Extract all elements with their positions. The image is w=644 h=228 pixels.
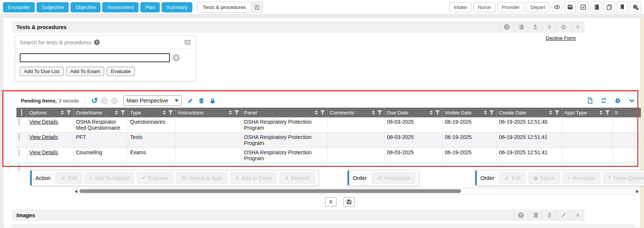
close-section-button[interactable]: × [570, 209, 585, 221]
dictate-button[interactable] [542, 209, 556, 221]
column-header-create-date[interactable]: Create Date [497, 108, 562, 117]
undo-icon[interactable]: ↺ [91, 97, 98, 104]
trash-icon[interactable] [198, 98, 205, 104]
prev-page-button[interactable]: ‹ [101, 97, 108, 104]
refresh-icon[interactable] [600, 97, 607, 104]
column-header-type[interactable]: Type [128, 108, 175, 117]
edit-button-disabled[interactable]: Edit [56, 172, 82, 184]
add-icon[interactable]: + [172, 54, 180, 61]
show-questions-button-disabled[interactable]: ? Show Questions [603, 172, 644, 184]
filter-icon[interactable] [168, 110, 173, 115]
column-header-panel[interactable]: Panel [242, 108, 327, 117]
copy-button[interactable] [604, 1, 615, 13]
journal-button[interactable] [591, 1, 602, 13]
lock-icon[interactable] [209, 98, 216, 104]
edit-order-button-disabled[interactable]: Edit [500, 172, 526, 184]
help-button[interactable]: ? [514, 209, 528, 221]
collapse-section-button[interactable] [325, 197, 336, 207]
select-all-checkbox[interactable] [21, 109, 22, 116]
perspective-select[interactable]: Main Perspective [123, 95, 182, 106]
sort-icon[interactable] [163, 110, 166, 115]
filter-icon[interactable] [320, 110, 325, 115]
bookmark-button[interactable] [617, 1, 628, 13]
add-to-exam-button[interactable]: Add To Exam [66, 67, 104, 76]
view-details-link[interactable]: View Details [29, 119, 58, 125]
new-document-icon[interactable] [587, 97, 593, 104]
save-button[interactable] [343, 197, 355, 207]
add-to-due-list-button[interactable]: Add To Due List [20, 67, 63, 76]
select-all-header[interactable] [16, 108, 27, 117]
decline-section-button[interactable]: ⊘ [556, 21, 570, 33]
dictate-button[interactable] [528, 21, 542, 33]
collapse-button[interactable] [542, 21, 556, 33]
archive-button[interactable] [564, 1, 576, 13]
settings-button[interactable] [630, 1, 641, 13]
next-page-button[interactable]: › [111, 97, 118, 104]
scrollbar-thumb[interactable] [80, 189, 461, 193]
eye-button[interactable] [551, 1, 563, 13]
tab-tests-procedures-active[interactable]: Tests & procedures [197, 2, 263, 13]
journal-button[interactable] [514, 21, 528, 33]
row-checkbox[interactable] [19, 134, 19, 140]
intake-button[interactable]: Intake [449, 2, 471, 12]
page-scrollbar-track[interactable] [641, 18, 644, 228]
close-section-button[interactable]: × [570, 21, 585, 33]
horizontal-scrollbar[interactable] [73, 188, 641, 194]
tab-subjective[interactable]: Subjective [37, 2, 69, 12]
tab-plan[interactable]: Plan [140, 2, 160, 12]
filter-icon[interactable] [234, 110, 239, 115]
perform-button-disabled[interactable]: Perform [280, 172, 315, 184]
tab-objective[interactable]: Objective [71, 2, 100, 12]
tab-assessment[interactable]: Assessment [102, 2, 139, 12]
filter-icon[interactable] [555, 110, 560, 115]
scroll-right-arrow[interactable] [636, 190, 639, 193]
row-checkbox[interactable] [19, 164, 19, 171]
sort-icon[interactable] [229, 110, 232, 115]
column-header-truncated[interactable]: S [612, 108, 641, 117]
column-header-instructions[interactable]: Instructions [175, 108, 242, 117]
filter-icon[interactable] [66, 110, 71, 115]
column-header-appt-type[interactable]: Appt Type [562, 108, 612, 117]
journal-button[interactable] [528, 209, 542, 221]
row-checkbox[interactable] [19, 118, 19, 125]
tab-encounter[interactable]: Encounter [3, 2, 35, 12]
column-header-due-date[interactable]: Due Date [385, 108, 442, 117]
help-button[interactable]: ? [500, 21, 514, 33]
column-header-ordername[interactable]: OrderName [74, 108, 128, 117]
save-tab-button[interactable] [251, 2, 262, 12]
sort-icon[interactable] [115, 110, 118, 115]
status-button-disabled[interactable]: ◉ Status [529, 172, 560, 184]
sort-icon[interactable] [372, 110, 375, 115]
tab-summary[interactable]: Summary [162, 2, 192, 12]
search-input[interactable] [20, 53, 170, 62]
decline-form-link[interactable]: Decline Form [546, 35, 576, 41]
column-header-visible-date[interactable]: Visible Date [442, 108, 497, 117]
list-view-button[interactable] [184, 39, 191, 45]
evaluate-button[interactable]: Evaluate [107, 67, 135, 76]
filter-icon[interactable] [377, 110, 382, 115]
requisition-button-disabled[interactable]: Requisition [372, 172, 415, 184]
depart-button[interactable]: Depart [526, 2, 550, 12]
add-to-exam-button-disabled[interactable]: Add to Exam [230, 172, 277, 184]
evaluate-button-disabled[interactable]: ✔ Evaluate [137, 172, 173, 184]
edit-pencil-icon[interactable] [187, 98, 193, 104]
filter-icon[interactable] [605, 110, 610, 115]
filter-icon[interactable] [121, 110, 125, 115]
sort-icon[interactable] [430, 110, 433, 115]
row-checkbox[interactable] [19, 149, 19, 156]
nurse-button[interactable]: Nurse [473, 2, 495, 12]
revisions-button-disabled[interactable]: ≡ Revisions [563, 172, 600, 184]
sort-icon[interactable] [549, 110, 552, 115]
view-details-link[interactable]: View Details [29, 149, 58, 155]
calendar-check-button[interactable] [578, 1, 589, 13]
filter-icon[interactable] [489, 110, 494, 115]
gear-icon[interactable] [614, 97, 621, 104]
filter-icon[interactable] [435, 110, 440, 115]
column-header-comments[interactable]: Comments [327, 108, 385, 117]
sort-icon[interactable] [600, 110, 603, 115]
sort-icon[interactable] [315, 110, 318, 115]
sort-icon[interactable] [61, 110, 64, 115]
sort-icon[interactable] [484, 110, 487, 115]
view-details-link[interactable]: View Details [29, 134, 58, 140]
scroll-left-arrow[interactable] [75, 190, 77, 193]
